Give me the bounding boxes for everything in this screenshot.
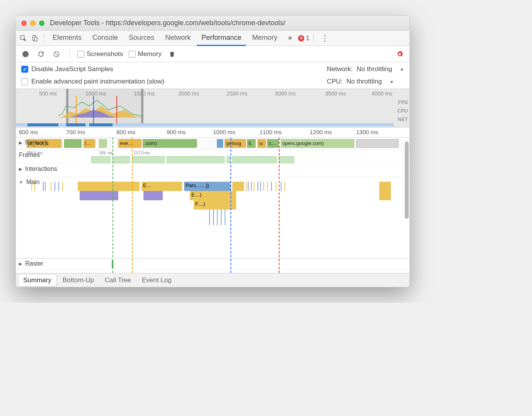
vertical-scrollbar[interactable] <box>405 138 409 273</box>
net-seg[interactable] <box>64 139 82 148</box>
trash-icon[interactable] <box>167 49 177 59</box>
net-seg[interactable]: .com) <box>143 139 197 148</box>
tab-sources[interactable]: Sources <box>124 31 159 46</box>
raster-track[interactable]: Raster <box>16 258 409 270</box>
enable-paint-row[interactable]: Enable advanced paint instrumentation (s… <box>21 78 315 85</box>
frame-bar[interactable] <box>132 156 165 163</box>
ruler-tick: 1000 ms <box>213 129 235 135</box>
reload-button[interactable] <box>36 49 46 59</box>
device-toggle-icon[interactable] <box>30 33 40 43</box>
net-seg[interactable]: ıs <box>257 139 266 148</box>
ruler-tick: 800 ms <box>116 129 135 135</box>
main-tabs: Elements Console Sources Network Perform… <box>16 31 409 46</box>
devtools-window: Developer Tools - https://developers.goo… <box>15 15 410 287</box>
net-seg[interactable] <box>99 139 107 148</box>
screenshots-checkbox[interactable]: Screenshots <box>77 50 123 58</box>
tab-summary[interactable]: Summary <box>18 274 56 286</box>
flame-bar[interactable] <box>143 191 163 200</box>
tab-event-log[interactable]: Event Log <box>137 274 176 286</box>
kebab-menu-icon[interactable]: ⋮ <box>317 33 332 43</box>
net-seg[interactable]: getsug <box>225 139 246 148</box>
maximize-icon[interactable] <box>39 20 44 26</box>
tab-bottom-up[interactable]: Bottom-Up <box>58 274 99 286</box>
ruler-tick: 1300 ms <box>356 129 379 135</box>
flame-tracks[interactable]: Network pt_foot.js l… eve… .com) getsug … <box>16 138 409 273</box>
ruler-tick: 700 ms <box>66 129 85 135</box>
net-seg[interactable]: l… <box>84 139 95 148</box>
overview-chart <box>58 98 143 118</box>
raster-track-header[interactable]: Raster <box>19 260 43 267</box>
ov-tick: 2500 ms <box>227 90 247 97</box>
disable-js-row[interactable]: Disable JavaScript Samples <box>21 65 315 73</box>
perf-toolbar: Screenshots Memory <box>16 46 409 62</box>
network-label: Network: <box>327 65 353 73</box>
frames-track-header[interactable]: Frames <box>19 152 40 159</box>
network-track[interactable]: Network pt_foot.js l… eve… .com) getsug … <box>16 138 409 150</box>
clear-button[interactable] <box>51 49 61 59</box>
overview-net-strip <box>16 123 394 126</box>
lane-cpu: CPU <box>397 107 408 115</box>
chevron-down-icon <box>396 65 404 73</box>
main-track[interactable]: Main E… Pars……]) E…) F…) <box>16 177 409 258</box>
window-title: Developer Tools - https://developers.goo… <box>50 19 285 27</box>
main-track-header[interactable]: Main <box>19 179 40 186</box>
ov-tick: 3000 ms <box>275 90 296 97</box>
tab-console[interactable]: Console <box>88 31 123 46</box>
checkbox-icon <box>77 51 84 58</box>
frame-time: 117.0 ms <box>134 151 150 155</box>
separator <box>313 34 314 43</box>
settings-gear-icon[interactable] <box>395 49 405 59</box>
chevron-down-icon <box>386 78 394 85</box>
frame-time: 109. ms <box>99 151 113 155</box>
tab-call-tree[interactable]: Call Tree <box>100 274 136 286</box>
checkbox-icon <box>21 78 28 85</box>
close-icon[interactable] <box>21 20 27 26</box>
flame-bar[interactable] <box>379 182 391 191</box>
cpu-value: No throttling <box>346 78 382 85</box>
interactions-track-header[interactable]: Interactions <box>19 165 57 172</box>
marker <box>116 96 117 123</box>
frame-bar[interactable] <box>232 156 277 163</box>
memory-checkbox[interactable]: Memory <box>129 50 162 58</box>
tab-memory[interactable]: Memory <box>247 31 282 46</box>
net-seg[interactable] <box>217 139 223 148</box>
record-button[interactable] <box>20 49 31 59</box>
checkbox-icon <box>129 51 136 58</box>
interactions-track[interactable]: Interactions <box>16 164 409 177</box>
net-seg[interactable] <box>356 139 399 148</box>
memory-label: Memory <box>138 50 162 58</box>
tab-overflow[interactable]: » <box>283 31 297 46</box>
flame-bar[interactable] <box>80 191 118 200</box>
flame-bar[interactable] <box>379 191 391 200</box>
cpu-label: CPU: <box>327 78 343 85</box>
net-seg[interactable]: opers.google.com) <box>281 139 354 148</box>
flame-bar[interactable] <box>232 182 244 191</box>
error-badge[interactable]: ✕ 1 <box>298 35 309 42</box>
disable-js-label: Disable JavaScript Samples <box>31 65 113 73</box>
flame-bar[interactable]: E…) <box>190 191 236 200</box>
net-seg[interactable]: eve… <box>118 139 142 148</box>
frame-bar[interactable] <box>227 156 230 163</box>
net-seg[interactable]: c… <box>267 139 279 148</box>
flame-bar[interactable]: Pars……]) <box>184 182 230 191</box>
flame-bar[interactable]: F…) <box>194 200 236 210</box>
inspect-icon[interactable] <box>18 33 28 43</box>
frame-bar[interactable] <box>167 156 225 163</box>
network-throttle-select[interactable]: Network: No throttling <box>327 65 404 73</box>
flame-bar[interactable] <box>78 182 140 191</box>
cpu-throttle-select[interactable]: CPU: No throttling <box>327 78 404 85</box>
tab-elements[interactable]: Elements <box>48 31 86 46</box>
minimize-icon[interactable] <box>30 20 36 26</box>
tab-network[interactable]: Network <box>160 31 195 46</box>
net-seg[interactable]: li. <box>247 139 256 148</box>
separator <box>69 50 70 58</box>
frame-bar[interactable] <box>91 156 111 163</box>
frames-track[interactable]: Frames 656.5 ms 109. ms 117.0 ms <box>16 150 409 164</box>
ruler-tick: 600 ms <box>19 129 38 135</box>
overview-timeline[interactable]: 500 ms 1000 ms 1500 ms 2000 ms 2500 ms 3… <box>16 89 409 128</box>
tab-performance[interactable]: Performance <box>197 31 246 46</box>
frame-bar[interactable] <box>279 156 294 163</box>
flame-bar[interactable]: E… <box>142 182 182 191</box>
frame-bar[interactable] <box>113 156 130 163</box>
network-track-header[interactable]: Network <box>19 139 48 146</box>
